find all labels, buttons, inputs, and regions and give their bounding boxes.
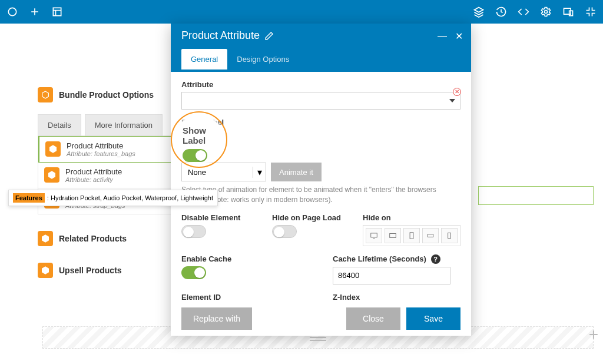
svg-rect-5 xyxy=(371,233,377,237)
close-icon[interactable]: ✕ xyxy=(455,31,463,42)
svg-rect-7 xyxy=(410,232,413,239)
features-text: : Hydration Pocket, Audio Pocket, Waterp… xyxy=(47,194,213,201)
label-zindex: Z-Index xyxy=(333,293,460,302)
close-button[interactable]: Close xyxy=(346,307,400,330)
svg-point-2 xyxy=(545,11,548,14)
selected-outline xyxy=(478,186,594,205)
features-tooltip: Features : Hydration Pocket, Audio Pocke… xyxy=(8,190,218,206)
attr-title: Product Attribute xyxy=(65,167,122,176)
attribute-select[interactable]: ✕ xyxy=(181,92,460,110)
label-hide-on-load: Hide on Page Load xyxy=(272,213,345,222)
logo-icon[interactable] xyxy=(5,4,20,19)
features-label: Features xyxy=(13,193,45,203)
label-cache-lifetime: Cache Lifetime (Seconds) ? xyxy=(333,254,460,264)
device-tablet-landscape-icon[interactable] xyxy=(385,228,401,243)
section-title: Related Products xyxy=(59,234,127,243)
dialog-footer: Replace with Close Save xyxy=(171,302,471,336)
dialog-header: Product Attribute — ✕ General Design Opt… xyxy=(171,24,471,72)
cube-icon xyxy=(38,231,53,246)
add-icon[interactable] xyxy=(27,4,42,19)
label-element-id: Element ID xyxy=(181,293,309,302)
svg-rect-6 xyxy=(390,233,396,237)
gear-icon[interactable] xyxy=(538,4,554,19)
settings-dialog: Product Attribute — ✕ General Design Opt… xyxy=(171,24,471,336)
help-icon[interactable]: ? xyxy=(431,254,440,264)
animation-select[interactable]: None ▾ xyxy=(181,163,266,181)
toggle-hide-on-load[interactable] xyxy=(272,225,297,238)
animation-help-text: Select type of animation for element to … xyxy=(181,185,460,205)
cache-lifetime-input[interactable] xyxy=(333,267,450,284)
device-desktop-icon[interactable] xyxy=(366,228,382,243)
tab-more-info[interactable]: More Information xyxy=(85,114,163,136)
svg-rect-1 xyxy=(53,8,61,15)
save-button[interactable]: Save xyxy=(406,307,460,330)
svg-rect-9 xyxy=(448,233,451,238)
animation-value: None xyxy=(182,168,253,177)
toggle-show-label[interactable] xyxy=(181,130,206,143)
responsive-icon[interactable] xyxy=(561,4,576,19)
replace-with-button[interactable]: Replace with xyxy=(181,307,252,330)
cube-icon xyxy=(45,141,61,157)
label-show-label: Show Label xyxy=(181,118,460,127)
chevron-down-icon xyxy=(449,99,455,102)
label-disable-element: Disable Element xyxy=(181,213,254,222)
toggle-disable-element[interactable] xyxy=(181,225,206,238)
layout-icon[interactable] xyxy=(49,4,65,19)
animate-button[interactable]: Animate it xyxy=(271,163,322,181)
top-toolbar xyxy=(0,0,603,24)
cube-icon xyxy=(44,167,59,183)
add-element-icon[interactable]: + xyxy=(589,325,598,344)
dialog-body: Attribute ✕ Show Label x None ▾ Animate … xyxy=(171,72,471,302)
chevron-down-icon: ▾ xyxy=(253,167,266,178)
tab-details[interactable]: Details xyxy=(38,114,81,136)
label-attribute: Attribute xyxy=(181,80,460,89)
cube-icon xyxy=(38,87,53,102)
section-title: Bundle Product Options xyxy=(59,90,154,100)
section-title: Upsell Products xyxy=(59,266,122,275)
toggle-enable-cache[interactable] xyxy=(181,266,206,279)
device-mobile-portrait-icon[interactable] xyxy=(441,228,458,243)
attr-sub: Attribute: features_bags xyxy=(67,150,135,157)
layers-icon[interactable] xyxy=(471,4,486,19)
device-mobile-landscape-icon[interactable] xyxy=(422,228,439,243)
device-buttons xyxy=(363,225,460,246)
attr-title: Product Attribute xyxy=(67,141,135,150)
dialog-title: Product Attribute xyxy=(181,29,260,42)
fullscreen-exit-icon[interactable] xyxy=(583,4,598,19)
tab-general[interactable]: General xyxy=(181,49,227,70)
svg-point-0 xyxy=(8,8,16,15)
label-enable-cache: Enable Cache xyxy=(181,254,309,263)
minimize-icon[interactable]: — xyxy=(438,31,447,42)
label-hide-on: Hide on xyxy=(363,213,460,222)
cube-icon xyxy=(38,263,53,278)
attr-sub: Attribute: activity xyxy=(65,176,122,183)
tab-design-options[interactable]: Design Options xyxy=(227,49,299,70)
code-icon[interactable] xyxy=(516,4,531,19)
history-icon[interactable] xyxy=(493,4,509,19)
edit-icon[interactable] xyxy=(264,31,274,41)
svg-rect-8 xyxy=(428,234,433,237)
device-tablet-portrait-icon[interactable] xyxy=(403,228,420,243)
clear-icon[interactable]: ✕ xyxy=(453,88,461,96)
